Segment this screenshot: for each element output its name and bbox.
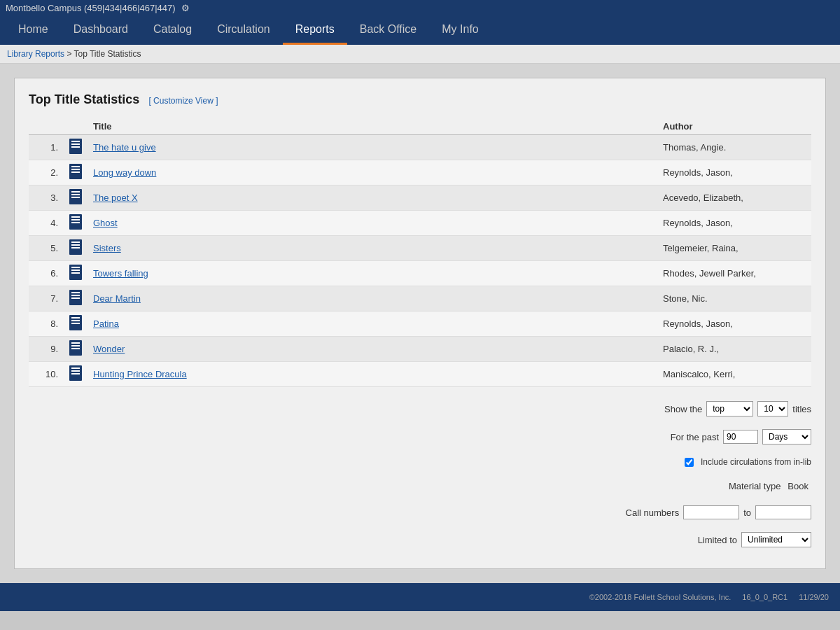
row-title[interactable]: Wonder	[88, 337, 657, 362]
row-number: 3.	[29, 186, 64, 211]
row-title[interactable]: Towers falling	[88, 261, 657, 286]
book-icon	[69, 290, 82, 305]
row-author: Maniscalco, Kerri,	[657, 362, 811, 387]
row-author: Telgemeier, Raina,	[657, 236, 811, 261]
table-row: 2.Long way downReynolds, Jason,	[29, 160, 811, 186]
footer-date: 11/29/20	[799, 593, 829, 601]
nav-item-catalog[interactable]: Catalog	[141, 16, 204, 43]
material-type-label: Material type	[729, 481, 780, 491]
nav-item-reports[interactable]: Reports	[283, 16, 347, 45]
row-number: 10.	[29, 362, 64, 387]
table-row: 7.Dear MartinStone, Nic.	[29, 286, 811, 312]
nav-item-home[interactable]: Home	[6, 16, 61, 43]
row-author: Stone, Nic.	[657, 286, 811, 312]
top-select[interactable]: top bottom	[706, 401, 753, 416]
include-checkbox[interactable]	[685, 458, 694, 467]
row-number: 1.	[29, 135, 64, 160]
call-number-to-input[interactable]	[755, 505, 811, 519]
book-icon-cell	[64, 362, 88, 387]
count-select[interactable]: 10 25 50	[757, 401, 788, 416]
book-icon	[69, 365, 82, 381]
book-icon	[69, 315, 82, 330]
call-number-from-input[interactable]	[683, 505, 739, 519]
for-past-label: For the past	[671, 432, 719, 442]
table-row: 4.GhostReynolds, Jason,	[29, 211, 811, 236]
row-number: 5.	[29, 236, 64, 261]
limited-to-label: Limited to	[698, 535, 737, 545]
title-link[interactable]: Hunting Prince Dracula	[93, 369, 187, 379]
titles-label: titles	[792, 404, 811, 414]
breadcrumb-parent[interactable]: Library Reports	[7, 49, 64, 59]
row-number: 7.	[29, 286, 64, 312]
nav-item-myinfo[interactable]: My Info	[429, 16, 491, 43]
limited-to-row: Limited to Unlimited Fiction Non-Fiction	[698, 532, 811, 547]
main-content: Top Title Statistics [ Customize View ] …	[0, 64, 840, 583]
topbar: Montbello Campus (459|434|466|467|447) ⚙	[0, 0, 840, 16]
row-title[interactable]: Sisters	[88, 236, 657, 261]
title-link[interactable]: The poet X	[93, 192, 138, 203]
gear-icon[interactable]: ⚙	[181, 3, 190, 13]
col-header-icon	[64, 118, 88, 135]
book-icon	[69, 340, 82, 356]
include-label: Include circulations from in-lib	[701, 457, 811, 467]
campus-label: Montbello Campus (459|434|466|467|447)	[6, 3, 176, 13]
footer: ©2002-2018 Follett School Solutions, Inc…	[0, 583, 840, 611]
table-row: 8.PatinaReynolds, Jason,	[29, 312, 811, 337]
nav-item-dashboard[interactable]: Dashboard	[61, 16, 141, 43]
row-title[interactable]: Ghost	[88, 211, 657, 236]
book-icon-cell	[64, 135, 88, 160]
book-icon-cell	[64, 160, 88, 186]
show-top-row: Show the top bottom 10 25 50 titles	[664, 401, 811, 416]
row-number: 4.	[29, 211, 64, 236]
book-icon	[69, 214, 82, 230]
book-icon	[69, 139, 82, 154]
nav-item-backoffice[interactable]: Back Office	[347, 16, 430, 43]
title-link[interactable]: Sisters	[93, 243, 121, 253]
material-type-row: Material type Book	[729, 479, 811, 493]
row-title[interactable]: Hunting Prince Dracula	[88, 362, 657, 387]
days-unit-select[interactable]: Days Weeks Months	[762, 429, 811, 444]
limited-to-select[interactable]: Unlimited Fiction Non-Fiction	[741, 532, 811, 547]
table-row: 1.The hate u giveThomas, Angie.	[29, 135, 811, 160]
book-icon-cell	[64, 236, 88, 261]
report-title-text: Top Title Statistics	[29, 92, 139, 106]
title-link[interactable]: The hate u give	[93, 142, 156, 153]
row-title[interactable]: Dear Martin	[88, 286, 657, 312]
col-header-num	[29, 118, 64, 135]
title-link[interactable]: Patina	[93, 318, 119, 329]
title-link[interactable]: Towers falling	[93, 268, 148, 279]
title-link[interactable]: Wonder	[93, 344, 125, 354]
row-author: Palacio, R. J.,	[657, 337, 811, 362]
row-title[interactable]: The poet X	[88, 186, 657, 211]
title-link[interactable]: Ghost	[93, 218, 118, 228]
row-number: 6.	[29, 261, 64, 286]
col-header-author: Author	[657, 118, 811, 135]
table-header-row: Title Author	[29, 118, 811, 135]
book-icon-cell	[64, 337, 88, 362]
to-label: to	[743, 507, 751, 518]
book-icon-cell	[64, 211, 88, 236]
title-link[interactable]: Dear Martin	[93, 293, 141, 304]
breadcrumb: Library Reports > Top Title Statistics	[0, 45, 840, 64]
footer-copyright: ©2002-2018 Follett School Solutions, Inc…	[589, 593, 732, 601]
row-author: Rhodes, Jewell Parker,	[657, 261, 811, 286]
days-input[interactable]	[723, 430, 758, 444]
nav-item-circulation[interactable]: Circulation	[204, 16, 283, 43]
row-title[interactable]: The hate u give	[88, 135, 657, 160]
row-author: Thomas, Angie.	[657, 135, 811, 160]
col-header-title: Title	[88, 118, 657, 135]
row-author: Acevedo, Elizabeth,	[657, 186, 811, 211]
row-author: Reynolds, Jason,	[657, 312, 811, 337]
report-title: Top Title Statistics [ Customize View ]	[29, 92, 811, 107]
show-the-label: Show the	[664, 404, 702, 414]
call-numbers-label: Call numbers	[626, 507, 680, 518]
table-body: 1.The hate u giveThomas, Angie.2.Long wa…	[29, 135, 811, 387]
title-link[interactable]: Long way down	[93, 167, 156, 178]
row-title[interactable]: Patina	[88, 312, 657, 337]
book-icon-cell	[64, 186, 88, 211]
book-icon-cell	[64, 261, 88, 286]
material-type-value: Book	[785, 479, 811, 493]
customize-view-link[interactable]: [ Customize View ]	[148, 96, 218, 106]
row-title[interactable]: Long way down	[88, 160, 657, 186]
stats-table: Title Author 1.The hate u giveThomas, An…	[29, 118, 811, 387]
